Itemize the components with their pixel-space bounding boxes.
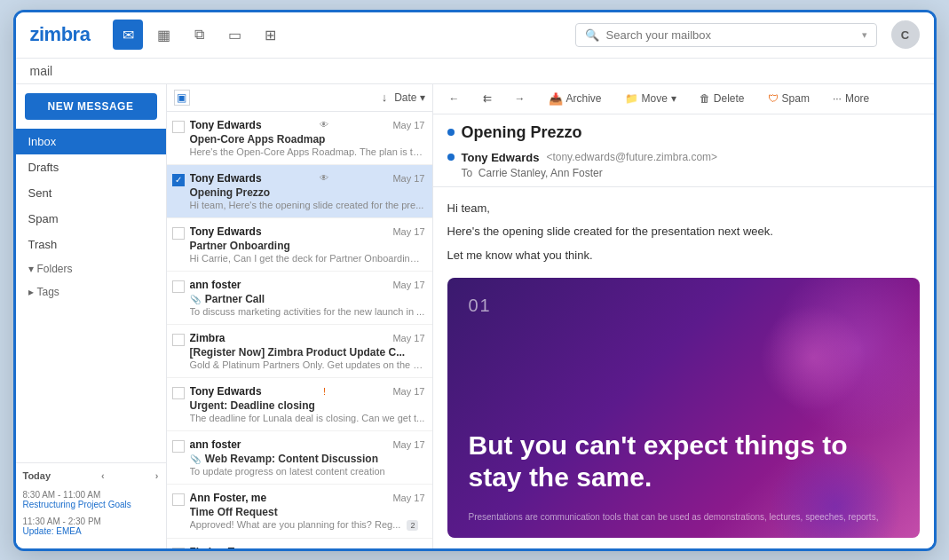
email-item[interactable]: Tony Edwards ! May 17 Urgent: Deadline c…	[167, 378, 432, 431]
move-button[interactable]: 📁 Move ▾	[620, 90, 682, 107]
email-list: Tony Edwards 👁 May 17 Open-Core Apps Roa…	[167, 112, 432, 548]
email-content: Tony Edwards 👁 May 17 Open-Core Apps Roa…	[190, 119, 425, 157]
email-view-subject: Opening Prezzo	[433, 114, 934, 146]
email-item[interactable]: Ann Foster, me May 17 Time Off Request A…	[167, 485, 432, 539]
sidebar-group-tags[interactable]: ▸ Tags	[16, 280, 166, 304]
body-line-1: Hi team,	[447, 200, 920, 218]
cal-event-time: 11:30 AM - 2:30 PM	[23, 517, 159, 526]
email-content: Zimbra May 17 [Register Now] Zimbra Prod…	[190, 332, 425, 370]
cal-event-title[interactable]: Restructuring Project Goals	[23, 500, 159, 509]
recipients: Carrie Stanley, Ann Foster	[478, 167, 603, 179]
sender-indicator	[447, 154, 455, 161]
search-input[interactable]	[606, 28, 855, 42]
email-checkbox[interactable]	[172, 334, 185, 346]
sidebar-item-trash[interactable]: Trash	[16, 232, 166, 257]
email-preview: Approved! What are you planning for this…	[190, 519, 425, 531]
reply-all-button[interactable]: ⇇	[478, 90, 497, 107]
email-item[interactable]: Tony Edwards May 17 Partner Onboarding H…	[167, 218, 432, 272]
delete-button[interactable]: 🗑 Delete	[694, 90, 750, 107]
reply-button[interactable]: ←	[444, 90, 465, 107]
attachment-icon: 📎	[190, 454, 201, 464]
sidebar-item-inbox[interactable]: Inbox	[16, 129, 166, 154]
email-subject: 📎 Partner Call	[190, 293, 425, 305]
sort-label: Date	[394, 91, 416, 104]
sidebar-item-sent[interactable]: Sent	[16, 180, 166, 206]
search-icon: 🔍	[585, 28, 599, 42]
email-view-meta: Tony Edwards <tony.edwards@future.zimbra…	[433, 146, 934, 187]
email-from: Zimbra Team	[190, 546, 256, 548]
slide-number: 01	[469, 296, 492, 316]
email-checkbox[interactable]	[172, 387, 185, 399]
email-content: Ann Foster, me May 17 Time Off Request A…	[190, 492, 425, 531]
email-view-panel: ← ⇇ → 📥 Archive 📁 Move ▾ 🗑	[433, 84, 934, 548]
email-preview: Hi Carrie, Can I get the deck for Partne…	[190, 253, 425, 264]
email-item[interactable]: Tony Edwards 👁 May 17 Open-Core Apps Roa…	[167, 112, 432, 165]
email-checkbox[interactable]	[172, 440, 185, 453]
forward-icon: →	[515, 92, 526, 105]
briefcase-nav-icon[interactable]: ⧉	[184, 20, 214, 50]
sidebar-item-drafts[interactable]: Drafts	[16, 154, 166, 180]
email-body: Hi team, Here's the opening slide create…	[433, 187, 934, 278]
email-subject: Partner Onboarding	[190, 240, 425, 252]
new-message-button[interactable]: NEW MESSAGE	[25, 93, 157, 120]
archive-button[interactable]: 📥 Archive	[543, 90, 607, 108]
decorative-blob-3	[760, 304, 866, 411]
email-preview: Here's the Open-Core Apps Roadmap. The p…	[190, 146, 425, 157]
sidebar-group-label: Tags	[37, 286, 59, 298]
avatar[interactable]: C	[891, 20, 920, 49]
sidebar-nav: Inbox Drafts Sent Spam Trash ▾ Folders	[16, 125, 166, 462]
email-date: May 17	[392, 173, 424, 184]
nav-icons: ✉ ▦ ⧉ ▭ ⊞	[113, 20, 285, 50]
cal-event-title[interactable]: Update: EMEA	[23, 526, 159, 536]
email-checkbox[interactable]	[172, 548, 185, 548]
app-container: zimbra ✉ ▦ ⧉ ▭ ⊞ 🔍 ▾ C mail NEW MESSAGE …	[13, 10, 937, 551]
forward-button[interactable]: →	[510, 90, 531, 107]
chat-nav-icon[interactable]: ▭	[219, 20, 249, 50]
email-item[interactable]: ann foster May 17 📎 Web Revamp: Content …	[167, 431, 432, 485]
spam-label: Spam	[782, 92, 810, 105]
email-attachment-slide[interactable]: 01 But you can't expect things to stay t…	[447, 278, 920, 538]
spam-button[interactable]: 🛡 Spam	[763, 90, 815, 107]
email-item[interactable]: Zimbra May 17 [Register Now] Zimbra Prod…	[167, 325, 432, 378]
email-item[interactable]: Zimbra Team May 17	[167, 539, 432, 548]
email-badge: 2	[407, 520, 418, 531]
cal-event-2: 11:30 AM - 2:30 PM Update: EMEA	[23, 515, 159, 538]
sidebar-group-folders[interactable]: ▾ Folders	[16, 257, 166, 280]
email-from: Ann Foster, me	[190, 492, 267, 504]
mail-nav-icon[interactable]: ✉	[113, 20, 143, 50]
email-from: Zimbra	[190, 332, 225, 344]
email-checkbox[interactable]	[172, 227, 185, 240]
cal-prev-icon[interactable]: ‹	[101, 470, 105, 481]
sender-name: Tony Edwards	[462, 151, 540, 164]
sidebar-item-spam[interactable]: Spam	[16, 206, 166, 232]
cal-next-icon[interactable]: ›	[155, 470, 159, 481]
download-icon[interactable]: ↓	[382, 91, 388, 104]
delete-label: Delete	[714, 92, 745, 105]
email-list-toolbar: ▣ ↓ Date ▾	[167, 84, 432, 112]
email-preview: The deadline for Lunala deal is closing.…	[190, 413, 425, 423]
email-subject: Time Off Request	[190, 506, 425, 518]
email-date: May 17	[392, 333, 424, 343]
sender-row: Tony Edwards <tony.edwards@future.zimbra…	[447, 151, 920, 164]
move-chevron-icon: ▾	[671, 92, 676, 105]
read-icon: 👁	[320, 173, 328, 183]
email-checkbox[interactable]: ✓	[172, 174, 185, 186]
calendar-nav-icon[interactable]: ▦	[148, 20, 178, 50]
email-checkbox[interactable]	[172, 493, 185, 506]
email-list-panel: ▣ ↓ Date ▾ Tony Edwards 👁 May 17	[167, 84, 433, 548]
chevron-down-icon: ▾	[28, 263, 34, 275]
email-checkbox[interactable]	[172, 280, 185, 293]
attachment-icon: 📎	[190, 295, 201, 304]
sidebar-label: Drafts	[28, 161, 59, 174]
search-dropdown-icon[interactable]: ▾	[862, 29, 867, 41]
reply-all-icon: ⇇	[483, 92, 492, 105]
email-item[interactable]: ✓ Tony Edwards 👁 May 17 Opening Prezzo H…	[167, 165, 432, 218]
select-all-checkbox[interactable]: ▣	[174, 90, 190, 106]
more-button[interactable]: ··· More	[827, 90, 874, 107]
sort-button[interactable]: Date ▾	[394, 91, 424, 104]
contacts-nav-icon[interactable]: ⊞	[255, 20, 285, 50]
email-from: Tony Edwards	[190, 119, 262, 131]
email-from: ann foster	[190, 438, 241, 451]
email-checkbox[interactable]	[172, 121, 185, 133]
email-item[interactable]: ann foster May 17 📎 Partner Call To disc…	[167, 272, 432, 325]
